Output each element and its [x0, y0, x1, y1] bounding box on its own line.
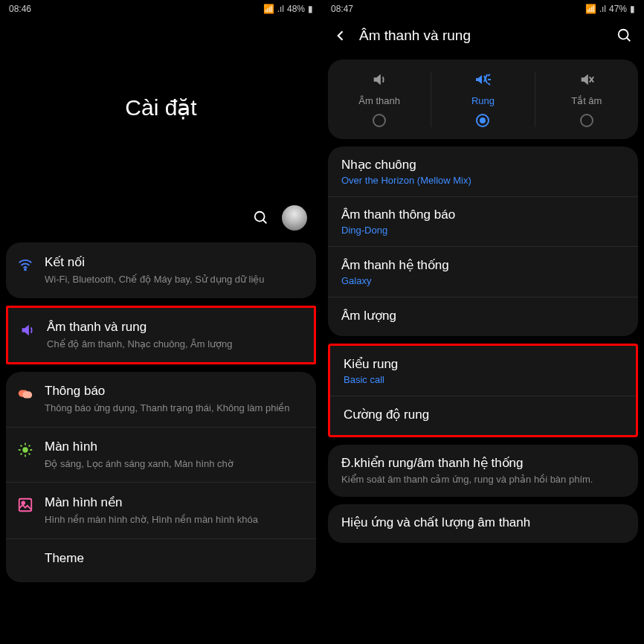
mute-icon: [579, 71, 595, 88]
row-title: Nhạc chuông: [341, 157, 625, 173]
search-row: [0, 196, 322, 242]
item-title: Kết nối: [45, 254, 306, 270]
row-sub: Over the Horizon (Mellow Mix): [341, 175, 625, 186]
item-sub: Thông báo ứng dụng, Thanh trạng thái, Kh…: [45, 402, 306, 415]
theme-icon: [16, 553, 34, 570]
title-area: Cài đặt: [0, 18, 322, 196]
status-bar: 08:46 📶 .ıl 48% ▮: [0, 0, 322, 18]
chevron-left-icon: [333, 28, 348, 43]
sound-quality-section: Hiệu ứng và chất lượng âm thanh: [328, 504, 638, 543]
search-icon: [253, 210, 269, 226]
row-title: Kiểu rung: [344, 356, 622, 372]
svg-point-5: [22, 447, 28, 452]
item-theme[interactable]: Theme: [6, 538, 316, 582]
svg-point-0: [255, 212, 265, 222]
card-connections: Kết nối Wi-Fi, Bluetooth, Chế độ Máy bay…: [6, 242, 316, 298]
svg-rect-14: [19, 499, 32, 512]
item-title: Âm thanh và rung: [47, 320, 303, 335]
radio[interactable]: [580, 114, 593, 127]
item-title: Màn hình: [45, 439, 306, 454]
row-desc: Kiểm soát âm thanh cảm ứng, rung và phản…: [341, 473, 625, 486]
sound-screen: 08:47 📶 .ıl 47% ▮ Âm thanh và rung Âm th…: [322, 0, 644, 644]
svg-line-12: [21, 453, 22, 454]
row-sub: Basic call: [344, 374, 622, 385]
item-sub: Độ sáng, Lọc ánh sáng xanh, Màn hình chờ: [45, 457, 306, 471]
wallpaper-icon: [16, 496, 34, 514]
svg-line-13: [29, 445, 30, 446]
item-sub: Hình nền màn hình chờ, Hình nền màn hình…: [45, 513, 306, 527]
battery-icon: ▮: [630, 4, 635, 14]
vibration-section: Kiểu rung Basic call Cường độ rung: [328, 344, 638, 437]
item-notifications[interactable]: Thông báo Thông báo ứng dụng, Thanh trạn…: [6, 372, 316, 427]
mode-vibrate[interactable]: Rung: [431, 71, 534, 127]
item-title: Màn hình nền: [45, 495, 306, 510]
status-bar: 08:47 📶 .ıl 47% ▮: [322, 0, 644, 18]
radio[interactable]: [476, 114, 489, 127]
row-vibration-pattern[interactable]: Kiểu rung Basic call: [330, 346, 636, 396]
back-button[interactable]: [332, 28, 349, 44]
mode-label: Rung: [471, 95, 495, 106]
item-sub: Wi-Fi, Bluetooth, Chế độ Máy bay, Sử dụn…: [45, 273, 306, 286]
ringtone-section: Nhạc chuông Over the Horizon (Mellow Mix…: [328, 146, 638, 336]
item-sub: Chế độ âm thanh, Nhạc chuông, Âm lượng: [47, 338, 303, 351]
item-title: Thông báo: [45, 384, 306, 399]
battery-text: 48%: [287, 4, 305, 14]
signal-icon: 📶 .ıl: [263, 4, 284, 14]
search-icon: [616, 28, 633, 44]
settings-list: Kết nối Wi-Fi, Bluetooth, Chế độ Máy bay…: [0, 242, 322, 582]
search-button[interactable]: [616, 27, 634, 45]
wifi-icon: [16, 256, 34, 274]
row-title: Âm thanh thông báo: [341, 207, 625, 222]
sound-mode-selector: Âm thanh Rung Tắt âm: [328, 59, 638, 139]
mode-mute[interactable]: Tắt âm: [535, 71, 638, 127]
header-title: Âm thanh và rung: [359, 28, 605, 44]
sound-on-icon: [371, 71, 387, 88]
mode-sound[interactable]: Âm thanh: [328, 71, 431, 127]
svg-line-1: [263, 220, 267, 224]
page-title: Cài đặt: [125, 94, 196, 120]
svg-line-17: [627, 38, 631, 42]
sound-icon: [19, 321, 36, 339]
status-time: 08:47: [331, 4, 353, 14]
svg-rect-4: [22, 391, 32, 398]
row-sub: Ding-Dong: [341, 225, 625, 236]
header: Âm thanh và rung: [322, 18, 644, 54]
item-display[interactable]: Màn hình Độ sáng, Lọc ánh sáng xanh, Màn…: [6, 427, 316, 483]
row-title: Đ.khiển rung/âm thanh hệ thống: [341, 455, 625, 471]
search-button[interactable]: [252, 209, 270, 227]
mode-label: Tắt âm: [571, 95, 602, 106]
row-sub: Galaxy: [341, 275, 625, 286]
card-sound: Âm thanh và rung Chế độ âm thanh, Nhạc c…: [6, 306, 316, 365]
svg-point-2: [25, 269, 26, 271]
row-ringtone[interactable]: Nhạc chuông Over the Horizon (Mellow Mix…: [328, 146, 638, 196]
card-group-2: Thông báo Thông báo ứng dụng, Thanh trạn…: [6, 372, 316, 582]
row-title: Âm lượng: [341, 308, 625, 323]
status-right: 📶 .ıl 48% ▮: [263, 4, 313, 14]
row-system-sound-control[interactable]: Đ.khiển rung/âm thanh hệ thống Kiểm soát…: [328, 445, 638, 497]
svg-line-11: [29, 453, 30, 454]
item-sound-vibration[interactable]: Âm thanh và rung Chế độ âm thanh, Nhạc c…: [8, 308, 314, 363]
row-sound-quality[interactable]: Hiệu ứng và chất lượng âm thanh: [328, 504, 638, 543]
row-title: Âm thanh hệ thống: [341, 257, 625, 273]
radio[interactable]: [373, 114, 386, 127]
row-vibration-intensity[interactable]: Cường độ rung: [330, 396, 636, 435]
vibrate-icon: [473, 71, 492, 88]
item-wallpaper[interactable]: Màn hình nền Hình nền màn hình chờ, Hình…: [6, 482, 316, 538]
svg-point-15: [22, 502, 25, 505]
signal-icon: 📶 .ıl: [585, 4, 606, 14]
battery-text: 47%: [609, 4, 627, 14]
status-right: 📶 .ıl 47% ▮: [585, 4, 635, 14]
svg-point-16: [619, 30, 628, 39]
brightness-icon: [16, 441, 34, 459]
settings-screen: 08:46 📶 .ıl 48% ▮ Cài đặt Kết nối Wi-Fi,…: [0, 0, 322, 644]
item-connections[interactable]: Kết nối Wi-Fi, Bluetooth, Chế độ Máy bay…: [6, 242, 316, 298]
system-sound-control-section: Đ.khiển rung/âm thanh hệ thống Kiểm soát…: [328, 445, 638, 497]
row-volume[interactable]: Âm lượng: [328, 297, 638, 336]
row-system-sound[interactable]: Âm thanh hệ thống Galaxy: [328, 246, 638, 297]
notification-icon: [16, 385, 34, 403]
row-title: Hiệu ứng và chất lượng âm thanh: [341, 515, 625, 530]
mode-label: Âm thanh: [358, 95, 400, 106]
row-notification-sound[interactable]: Âm thanh thông báo Ding-Dong: [328, 196, 638, 246]
item-title: Theme: [45, 551, 306, 566]
avatar[interactable]: [282, 205, 307, 231]
